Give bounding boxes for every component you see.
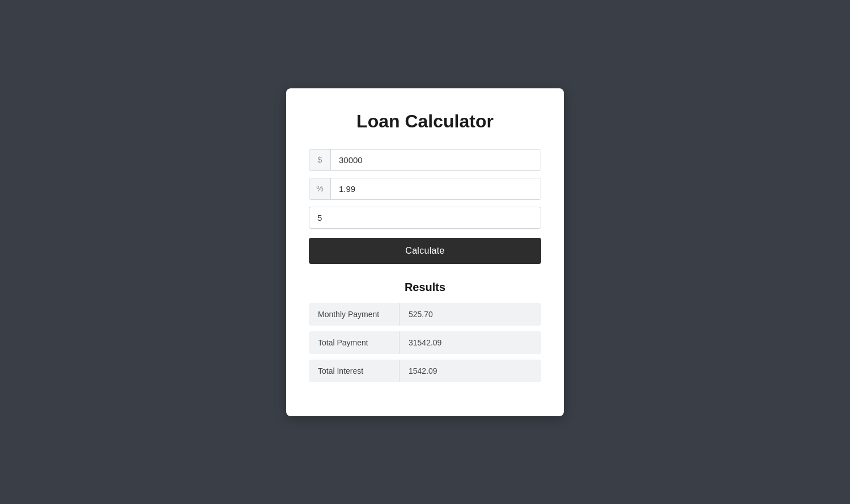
calculator-card: Loan Calculator $ % Calculate Results Mo…	[286, 88, 564, 416]
page-title: Loan Calculator	[309, 111, 541, 132]
loan-amount-group: $	[309, 149, 541, 171]
total-interest-value: 1542.09	[400, 360, 447, 382]
interest-rate-input[interactable]	[331, 178, 541, 199]
results-title: Results	[309, 281, 541, 294]
loan-amount-input[interactable]	[331, 150, 541, 170]
total-interest-row: Total Interest 1542.09	[309, 360, 541, 382]
total-payment-label: Total Payment	[309, 331, 400, 354]
total-payment-row: Total Payment 31542.09	[309, 331, 541, 354]
dollar-icon: $	[309, 150, 331, 170]
monthly-payment-row: Monthly Payment 525.70	[309, 303, 541, 326]
total-payment-value: 31542.09	[400, 331, 450, 354]
total-interest-label: Total Interest	[309, 360, 400, 382]
calculate-button[interactable]: Calculate	[309, 238, 541, 264]
monthly-payment-value: 525.70	[400, 303, 442, 326]
interest-rate-group: %	[309, 178, 541, 200]
monthly-payment-label: Monthly Payment	[309, 303, 400, 326]
percent-icon: %	[309, 178, 331, 199]
term-years-input[interactable]	[309, 207, 541, 229]
